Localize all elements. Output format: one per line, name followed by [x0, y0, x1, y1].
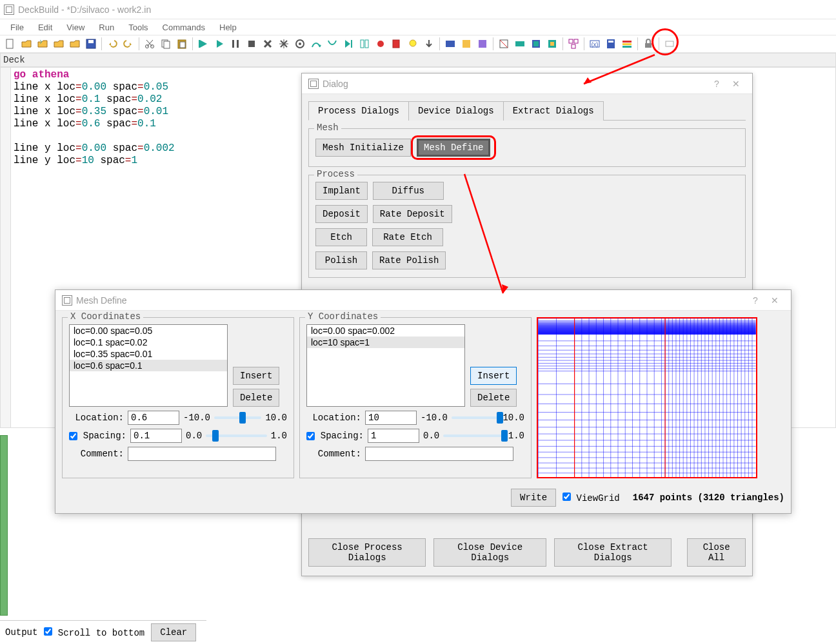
mesh-initialize-button[interactable]: Mesh Initialize — [315, 139, 411, 157]
x-location-input[interactable] — [128, 411, 179, 425]
dialog-help-icon[interactable]: ? — [707, 79, 726, 89]
tb-bulb-icon[interactable] — [405, 36, 421, 52]
menu-file[interactable]: File — [4, 21, 30, 34]
menu-help[interactable]: Help — [213, 21, 243, 34]
x-delete-button[interactable]: Delete — [233, 389, 279, 407]
close-extract-button[interactable]: Close Extract Dialogs — [554, 538, 672, 567]
tb-new-icon[interactable] — [3, 36, 18, 52]
tb-kill-icon[interactable] — [276, 36, 292, 52]
deposit-button[interactable]: Deposit — [315, 205, 368, 223]
tb-tool1-icon[interactable] — [443, 36, 458, 52]
x-spacing-checkbox[interactable] — [69, 432, 77, 440]
tb-var-icon[interactable]: (x) — [587, 36, 602, 52]
tb-down-icon[interactable] — [421, 36, 437, 52]
y-spacing-input[interactable] — [368, 429, 419, 443]
tb-step-icon[interactable] — [308, 36, 324, 52]
rate-deposit-button[interactable]: Rate Deposit — [373, 205, 452, 223]
tb-open4-icon[interactable] — [67, 36, 83, 52]
menu-tools[interactable]: Tools — [122, 21, 154, 34]
rate-etch-button[interactable]: Rate Etch — [372, 228, 443, 246]
y-location-slider[interactable] — [452, 412, 499, 424]
y-insert-button[interactable]: Insert — [470, 367, 517, 385]
tb-color-icon[interactable] — [619, 36, 635, 52]
scroll-checkbox[interactable] — [44, 627, 52, 636]
y-delete-button[interactable]: Delete — [470, 389, 517, 407]
list-item[interactable]: loc=0.6 spac=0.1 — [70, 360, 227, 371]
x-spacing-input[interactable] — [130, 429, 182, 443]
scroll-checkbox-label[interactable]: Scroll to bottom — [44, 627, 144, 638]
tab-process-dialogs[interactable]: Process Dialogs — [308, 101, 409, 121]
tb-target-icon[interactable] — [292, 36, 308, 52]
menu-edit[interactable]: Edit — [32, 21, 59, 34]
tb-tool7-icon[interactable] — [544, 36, 560, 52]
menu-run[interactable]: Run — [92, 21, 121, 34]
mesh-define-button[interactable]: Mesh Define — [417, 139, 490, 157]
y-location-input[interactable] — [365, 411, 417, 425]
tb-undo-icon[interactable] — [104, 36, 120, 52]
svg-rect-29 — [550, 42, 554, 46]
close-device-button[interactable]: Close Device Dialogs — [433, 538, 546, 567]
write-button[interactable]: Write — [511, 489, 556, 507]
tb-open3-icon[interactable] — [51, 36, 66, 52]
tb-open-icon[interactable] — [19, 36, 34, 52]
tb-paste-icon[interactable] — [174, 36, 190, 52]
clear-button[interactable]: Clear — [151, 623, 196, 641]
y-comment-input[interactable] — [365, 447, 513, 461]
viewgrid-checkbox[interactable] — [562, 493, 571, 501]
x-listbox[interactable]: loc=0.00 spac=0.05loc=0.1 spac=0.02loc=0… — [69, 324, 228, 407]
tb-pause-icon[interactable] — [228, 36, 243, 52]
tb-step2-icon[interactable] — [324, 36, 340, 52]
polish-button[interactable]: Polish — [315, 251, 367, 269]
y-spacing-checkbox[interactable] — [306, 432, 315, 440]
close-all-button[interactable]: Close All — [687, 538, 746, 567]
diffus-button[interactable]: Diffus — [373, 182, 444, 200]
dialog-titlebar[interactable]: Dialog ? ✕ — [302, 73, 752, 94]
mesh-titlebar[interactable]: Mesh Define ? ✕ — [55, 290, 791, 311]
mesh-help-icon[interactable]: ? — [746, 295, 765, 306]
tb-next-icon[interactable] — [341, 36, 356, 52]
y-spacing-slider[interactable] — [443, 430, 504, 442]
tb-cursor-icon[interactable] — [357, 36, 372, 52]
tb-commands-icon[interactable] — [566, 36, 581, 52]
svg-rect-10 — [232, 40, 234, 48]
menu-view[interactable]: View — [60, 21, 91, 34]
tb-copy-icon[interactable] — [158, 36, 174, 52]
tb-open2-icon[interactable] — [35, 36, 50, 52]
list-item[interactable]: loc=10 spac=1 — [307, 337, 464, 348]
tab-extract-dialogs[interactable]: Extract Dialogs — [503, 101, 604, 121]
x-spacing-slider[interactable] — [206, 430, 267, 442]
tb-cancel-icon[interactable] — [260, 36, 275, 52]
tb-stop-icon[interactable] — [244, 36, 259, 52]
list-item[interactable]: loc=0.1 spac=0.02 — [70, 337, 227, 348]
list-item[interactable]: loc=0.00 spac=0.05 — [70, 325, 227, 337]
x-location-slider[interactable] — [214, 412, 261, 424]
implant-button[interactable]: Implant — [315, 182, 368, 200]
rate-polish-button[interactable]: Rate Polish — [372, 251, 446, 269]
mesh-close-icon[interactable]: ✕ — [765, 295, 784, 306]
tb-cut-icon[interactable] — [142, 36, 157, 52]
dialog-close-icon[interactable]: ✕ — [726, 79, 746, 89]
tb-tool6-icon[interactable] — [528, 36, 544, 52]
tb-redo-icon[interactable] — [121, 36, 136, 52]
y-listbox[interactable]: loc=0.00 spac=0.002loc=10 spac=1 — [306, 324, 465, 407]
tb-tool5-icon[interactable] — [512, 36, 528, 52]
close-process-button[interactable]: Close Process Dialogs — [308, 538, 426, 567]
etch-button[interactable]: Etch — [315, 228, 367, 246]
svg-rect-27 — [533, 41, 539, 46]
x-comment-input[interactable] — [128, 447, 276, 461]
viewgrid-checkbox-label[interactable]: ViewGrid — [562, 493, 620, 503]
tab-device-dialogs[interactable]: Device Dialogs — [408, 101, 504, 121]
tb-tool4-icon[interactable] — [496, 36, 512, 52]
x-insert-button[interactable]: Insert — [233, 367, 279, 385]
tb-calc-icon[interactable] — [603, 36, 619, 52]
list-item[interactable]: loc=0.35 spac=0.01 — [70, 348, 227, 360]
tb-tool3-icon[interactable] — [475, 36, 490, 52]
tb-tool2-icon[interactable] — [459, 36, 474, 52]
tb-run-icon[interactable] — [195, 36, 211, 52]
tb-break-icon[interactable] — [373, 36, 388, 52]
tb-save-icon[interactable] — [83, 36, 99, 52]
tb-play-icon[interactable] — [212, 36, 227, 52]
list-item[interactable]: loc=0.00 spac=0.002 — [307, 325, 464, 337]
tb-flag-icon[interactable] — [389, 36, 404, 52]
menu-commands[interactable]: Commands — [156, 21, 212, 34]
